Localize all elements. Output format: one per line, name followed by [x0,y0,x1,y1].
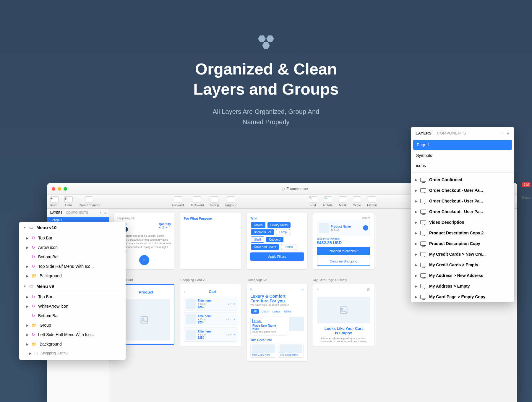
layer-group-header[interactable]: ▼▭Menu v10 [19,222,126,233]
price: $58.25 [331,228,361,231]
layer-row[interactable]: ▶↻Arrow icon [19,243,126,252]
ungroup-button[interactable]: Ungroup [225,196,237,207]
remove-icon[interactable]: × [233,318,235,321]
filter-chip[interactable]: Luxury Sofas [267,222,291,228]
layer-row[interactable]: ▶📁Background [19,271,126,281]
hero-subtitle: All Layers Are Organized, Group AndNamed… [0,106,532,127]
artboard-row[interactable]: ▶Order Confirmed [411,174,514,185]
artboard[interactable]: ‹🛒 Looks Like Your CartIs Empty! Discove… [313,284,374,346]
layer-row[interactable]: ▶↻Left Side Half Menu With Ico... [19,330,126,339]
group-button[interactable]: Group [210,196,219,207]
artboard[interactable]: Type Tables Luxury Sofas Bedroom Set Lam… [247,213,307,269]
artboard-row[interactable]: ▶Product Description Copy [411,238,514,249]
page-item[interactable]: icons [411,161,514,171]
subtitle: Discover what's appealing to you from th… [317,337,370,343]
header: Product [122,288,170,296]
label: For What Purpose [184,217,237,220]
label: Total Price Payable [317,237,370,240]
tab-layers[interactable]: LAYERS [416,131,432,135]
collapse-icon[interactable]: ∧ [104,211,106,214]
cart-fab-button[interactable]: 🛒 [139,255,149,265]
artboard-label: Homepage v2 [247,278,307,282]
maximize-window-button[interactable] [64,187,67,191]
layer-row[interactable]: ↻Bottom Bar [19,311,126,320]
layer-row[interactable]: ▶↻Top Side Half Menu With Ico... [19,262,126,271]
remove-icon[interactable]: × [233,333,235,336]
mask-button[interactable]: Mask [339,196,347,207]
artboard-row[interactable]: ▶My Address > New Address [411,270,514,281]
remove-icon[interactable]: × [233,302,235,306]
back-icon[interactable]: ‹ [317,288,318,291]
label: Quantity [159,223,171,226]
data-button[interactable]: ◐Data [64,196,73,207]
price: $58.25 [317,217,370,220]
insert-button[interactable]: +Insert [50,196,59,207]
continue-shopping-button[interactable]: Continue Shopping [317,257,370,266]
product-name: Product Name [331,225,361,228]
layer-row[interactable]: ▶ ▭ Shopping Cart v1 [19,349,126,358]
artboard-row[interactable]: ▶Order Checkout - User Pa... [411,196,514,206]
create-symbol-button[interactable]: Create Symbol [79,196,100,207]
layer-row[interactable]: ▶↻Top Bar [19,292,126,302]
artboard-row[interactable]: ▶My Credit Cards > New Cre... [411,249,514,260]
tab-layers[interactable]: LAYERS [50,211,62,214]
filter-chip[interactable]: Shelf [251,236,264,243]
rotate-button[interactable]: ↻Rotate [323,196,332,207]
layer-row[interactable]: ▶↻Top Bar [19,233,126,243]
tab-components[interactable]: COMPONENTS [66,211,88,214]
layer-row[interactable]: ↻Bottom Bar [19,252,126,262]
artboard-row[interactable]: ▶Product Description Copy 2 [411,228,514,238]
edit-button[interactable]: ✎Edit [309,196,317,207]
artboard-row[interactable]: ▶Order Checkout - User Pa... [411,206,514,217]
collapse-icon[interactable]: ∧ [507,131,510,135]
tab[interactable]: Lamps [273,310,280,313]
tab-components[interactable]: COMPONENTS [437,131,466,135]
filter-chip[interactable]: Tables [281,244,296,250]
forward-button[interactable]: Forward [172,196,184,207]
quantity-stepper[interactable]: + 2 − [159,226,171,229]
page-item[interactable]: Page 1 [413,140,512,150]
artboard-row[interactable]: ▶My Address > Empty [411,281,514,291]
artboard[interactable]: $58.25 Product Name $58.25 3 Total Price… [313,213,374,269]
close-window-button[interactable] [52,187,55,191]
backward-button[interactable]: Backward [190,196,204,207]
filter-chip[interactable]: Tables [251,222,265,228]
scale-button[interactable]: Scale [353,196,361,207]
artboard[interactable]: For What Purpose [180,213,241,269]
filter-chip[interactable]: Table and Chairs [251,244,279,250]
filter-chip[interactable]: Cubbord [266,237,283,242]
proceed-checkout-button[interactable]: Proceed to checkout [317,247,370,255]
cart-icon[interactable]: 🛒 [367,288,370,291]
total-price: $482.25 USD [317,240,370,245]
header: Cart [188,288,237,296]
tab[interactable]: Tables [284,310,291,313]
add-page-icon[interactable]: + [100,211,102,214]
apply-filters-button[interactable]: Apply Filters [250,252,304,261]
filter-chip[interactable]: Bedroom Set [251,229,274,235]
artboard-label: Shopping Card v2 [180,278,241,282]
search-icon[interactable]: ⌕ [302,288,304,291]
back-icon[interactable]: ‹ [184,290,185,293]
add-page-icon[interactable]: + [501,131,504,135]
product-thumb [319,223,329,233]
page-item[interactable]: Symbols [411,150,514,161]
menu-icon[interactable]: ≡ [250,288,252,291]
artboard-row[interactable]: ▶My Card Page > Empty Copy [411,291,514,302]
artboard-row[interactable]: ▶My Credit Cards > Empty [411,260,514,270]
layer-group-header[interactable]: ▼▭Menu v9 [19,281,126,292]
artboard-row[interactable]: ▶Video Description [411,217,514,228]
layer-row[interactable]: ▶↻WhiteArrow icon [19,302,126,311]
layer-row[interactable]: ▶📁Group [19,320,126,330]
image-placeholder [289,317,304,331]
filter-chip[interactable]: Lamp [276,229,290,235]
image-placeholder [118,299,170,341]
flatten-button[interactable]: Flatten [367,196,377,207]
tab[interactable]: Couch [262,310,269,313]
subtitle: We have wide range of Furniture [250,303,304,306]
artboard[interactable]: ‹Cart Title here● Color$250− 1 +× Title … [180,284,241,346]
tab[interactable]: All [251,309,259,314]
artboard-row[interactable]: ▶Order Checkout - User Pa... [411,185,514,196]
minimize-window-button[interactable] [58,187,61,191]
artboard[interactable]: ≡⌕ Luxury & ComfortFurniture For you We … [247,284,307,361]
layer-row[interactable]: ▶📁Background [19,339,126,349]
